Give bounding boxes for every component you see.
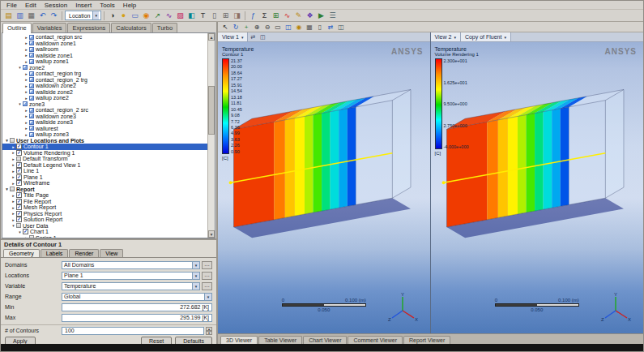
zoom-out-icon[interactable]: ⊖	[262, 23, 272, 32]
insert-text-icon[interactable]: T	[198, 11, 208, 21]
save-state-icon[interactable]: ▥	[15, 11, 25, 21]
view-1[interactable]: View 1 ▾ ⇄ ◫ Temperature Contour 1 21.37…	[218, 32, 431, 333]
menu-edit[interactable]: Edit	[21, 2, 41, 9]
expand-icon[interactable]: ▸	[23, 120, 29, 125]
sync-views-icon[interactable]: ⇄	[326, 23, 335, 32]
expand-icon[interactable]: ▸	[11, 157, 16, 161]
expand-icon[interactable]: ▸	[23, 108, 29, 113]
visibility-checkbox[interactable]: ✓	[16, 192, 22, 198]
expand-icon[interactable]: ▸	[23, 126, 29, 131]
tree-item-line-1[interactable]: ▸✓Line 1	[2, 168, 207, 174]
of-contours-input[interactable]: 100	[62, 327, 204, 335]
chevron-down-icon[interactable]: ▾	[192, 283, 199, 290]
chevron-down-icon[interactable]: ▾	[204, 294, 211, 300]
domains-dropdown[interactable]: All Domains▾	[62, 261, 200, 269]
tree-item-wallroom[interactable]: ▸wallroom	[2, 46, 207, 53]
save-picture-icon[interactable]: ▦	[305, 23, 314, 32]
sync-views-icon[interactable]: ⇄	[248, 32, 258, 41]
tree-item-file-report[interactable]: ▸✓File Report	[2, 199, 207, 205]
expand-icon[interactable]: ▸	[23, 84, 29, 88]
chevron-down-icon[interactable]: ▾	[192, 273, 199, 279]
locations-dropdown[interactable]: Plane 1▾	[62, 272, 200, 280]
locations-browse-button[interactable]: …	[202, 272, 212, 280]
expand-icon[interactable]: ▸	[11, 169, 16, 174]
expand-icon[interactable]: ▸	[23, 77, 29, 82]
visibility-checkbox[interactable]: ✓	[23, 229, 28, 234]
viewer-tab-3d-viewer[interactable]: 3D Viewer	[220, 336, 258, 344]
tree-item-plane-1[interactable]: ▸✓Plane 1	[2, 174, 207, 181]
tree-item-zone3[interactable]: ▾zone3	[2, 101, 207, 108]
orientation-triad[interactable]: YXZ	[599, 291, 633, 324]
select-arrow-icon[interactable]: ↖	[220, 23, 230, 32]
tab-variables[interactable]: Variables	[32, 23, 67, 32]
chevron-down-icon[interactable]: ▾	[192, 262, 199, 268]
scroll-down-icon[interactable]: ▼	[208, 230, 215, 238]
insert-contour-icon[interactable]: ◉	[141, 11, 151, 21]
collapse-icon[interactable]: ▾	[17, 101, 23, 106]
domains-browse-button[interactable]: …	[202, 261, 212, 269]
expand-icon[interactable]: ▸	[23, 35, 29, 40]
collapse-icon[interactable]: ▾	[17, 65, 23, 70]
visibility-checkbox[interactable]: ✓	[16, 168, 22, 174]
insert-coord-frame-icon[interactable]: ⊞	[220, 11, 231, 21]
expand-icon[interactable]: ▸	[23, 59, 29, 64]
contour-3d-model[interactable]	[226, 70, 424, 253]
rotate-icon[interactable]: ↻	[231, 23, 241, 32]
insert-plane-icon[interactable]: ▭	[130, 11, 140, 21]
expand-icon[interactable]: ▸	[11, 181, 16, 186]
timestep-selector-icon[interactable]: ◑	[107, 11, 117, 21]
tab-outline[interactable]: Outline	[2, 23, 32, 33]
scroll-up-icon[interactable]: ▲	[208, 33, 215, 41]
insert-isosurface-icon[interactable]: ◧	[186, 11, 197, 21]
zoom-box-icon[interactable]: ▭	[273, 23, 283, 32]
expand-icon[interactable]: ▸	[11, 205, 16, 210]
viewer-tab-comment-viewer[interactable]: Comment Viewer	[348, 336, 403, 344]
expand-icon[interactable]: ▸	[11, 144, 16, 149]
menu-help[interactable]: Help	[119, 2, 140, 9]
load-results-icon[interactable]: ▤	[3, 11, 14, 21]
tree-item-wallside-zone3[interactable]: ▸wallside zone3	[2, 119, 207, 126]
expand-icon[interactable]: ▸	[11, 211, 16, 216]
view-2-selector[interactable]: View 2 ▾	[431, 32, 461, 41]
tree-item-volume-rendering-1[interactable]: ▸✓Volume Rendering 1	[2, 150, 207, 157]
spin-down-icon[interactable]: ▾	[206, 331, 212, 335]
tree-item-contact-region-trg[interactable]: ▸contact_region trg	[2, 71, 207, 77]
tree-item-walldown-zone3[interactable]: ▸walldown zone3	[2, 114, 207, 120]
insert-figure-icon[interactable]: ❖	[305, 11, 315, 21]
expressions-icon[interactable]: ƒ	[248, 11, 258, 21]
insert-table-icon[interactable]: ⊞	[271, 11, 281, 21]
tree-item-wallup-zone3[interactable]: ▸wallup zone3	[2, 131, 207, 138]
expand-icon[interactable]: ▸	[23, 235, 29, 238]
details-tab-geometry[interactable]: Geometry	[3, 249, 40, 257]
tree-item-default-legend-view-1[interactable]: ▸✓Default Legend View 1	[2, 162, 207, 169]
expand-icon[interactable]: ▸	[23, 71, 29, 76]
details-tab-labels[interactable]: Labels	[41, 249, 69, 257]
expand-icon[interactable]: ▸	[23, 132, 29, 137]
function-calculator-icon[interactable]: Σ	[259, 11, 270, 21]
tree-item-user-data[interactable]: ▾User Data	[2, 223, 207, 230]
undo-icon[interactable]: ↶	[37, 11, 48, 21]
maximize-view-icon[interactable]: ◫	[258, 32, 267, 41]
insert-comment-icon[interactable]: ✎	[293, 11, 304, 21]
tree-item-wallup-zone1[interactable]: ▸wallup zone1	[2, 58, 207, 65]
tree-item-default-transform[interactable]: ▸Default Transform	[2, 156, 207, 162]
tree-item-walldown-zone1[interactable]: ▸walldown zone1	[2, 41, 207, 47]
insert-vector-icon[interactable]: ↗	[152, 11, 163, 21]
expand-icon[interactable]: ▸	[11, 217, 16, 222]
details-tab-view[interactable]: View	[100, 249, 123, 257]
menu-insert[interactable]: Insert	[71, 2, 96, 9]
tree-item-contact-region-src[interactable]: ▸contact_region src	[2, 34, 207, 41]
redo-icon[interactable]: ↷	[49, 11, 59, 21]
visibility-checkbox[interactable]: ✓	[16, 150, 22, 156]
tree-item-wallup-zone2[interactable]: ▸wallup zone2	[2, 95, 207, 101]
split-view-icon[interactable]: ◫	[336, 23, 346, 32]
menu-session[interactable]: Session	[41, 2, 71, 9]
details-tab-render[interactable]: Render	[69, 249, 99, 257]
visibility-checkbox[interactable]: ✓	[16, 199, 22, 204]
insert-point-icon[interactable]: ●	[118, 11, 129, 21]
viewer-tab-table-viewer[interactable]: Table Viewer	[258, 336, 302, 344]
tree-item-title-page[interactable]: ▸✓Title Page	[2, 192, 207, 199]
legend-toggle-icon[interactable]: ▯	[315, 23, 325, 32]
insert-clip-plane-icon[interactable]: ◨	[232, 11, 242, 21]
viewer-tab-chart-viewer[interactable]: Chart Viewer	[303, 336, 347, 344]
